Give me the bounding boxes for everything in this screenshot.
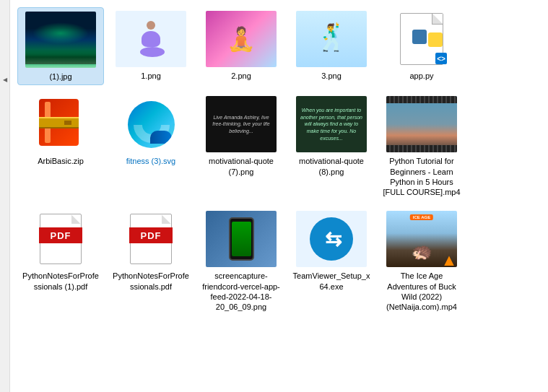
file-item-quote8[interactable]: When you are important to another person… <box>288 92 375 200</box>
meditation-head <box>147 21 155 30</box>
file-item-screencap[interactable]: screencapture-friendcord-vercel-app-feed… <box>198 207 284 315</box>
pdf2-thumbnail: PDF <box>122 211 180 267</box>
file-thumb <box>25 11 97 69</box>
file-item-quote7[interactable]: Live Amanda Ashley, live free-thinking, … <box>198 92 284 200</box>
file-label: (1).jpg <box>49 71 71 82</box>
file-thumb: ⇆ <box>295 210 367 268</box>
sidebar-arrow[interactable]: ◀ <box>1 72 9 87</box>
phone-screen <box>232 222 251 256</box>
quote8-text: When you are important to another person… <box>300 107 362 142</box>
python-video-thumbnail <box>386 96 457 152</box>
file-item-1jpg[interactable]: (1).jpg <box>17 7 104 85</box>
file-label: motivational-quote (8).png <box>292 156 371 177</box>
pdf1-thumbnail: PDF <box>32 211 90 267</box>
py-snake2 <box>428 32 443 47</box>
file-item-1png[interactable]: 1.png <box>108 7 194 85</box>
file-thumb: PDF <box>115 210 187 268</box>
file-thumb <box>205 210 277 268</box>
teamviewer-thumbnail: ⇆ <box>296 211 367 267</box>
file-thumb: 🕺 <box>295 10 367 68</box>
video-person <box>386 96 457 152</box>
file-thumb: When you are important to another person… <box>295 95 367 153</box>
quote7-text: Live Amanda Ashley, live free-thinking, … <box>210 114 272 135</box>
file-grid: (1).jpg 1.png 🧘 2.pn <box>17 7 541 315</box>
file-label: 3.png <box>321 71 342 81</box>
yoga-figure: 🧘 <box>227 25 256 53</box>
py-logo <box>412 30 443 47</box>
file-item-3png[interactable]: 🕺 3.png <box>288 7 375 85</box>
meditation-thumbnail <box>116 11 186 67</box>
iceage-figure: 🦔 <box>411 241 432 261</box>
dance-thumbnail: 🕺 <box>296 11 367 67</box>
screencap-thumbnail <box>206 211 277 267</box>
rar-belt <box>39 117 79 129</box>
file-item-pdf1[interactable]: PDF PythonNotesForProfessionals (1).pdf <box>17 207 104 315</box>
phone-mockup <box>229 217 254 261</box>
iceage-thumbnail: ICE AGE 🦔 <box>386 211 457 267</box>
meditation-legs <box>140 47 165 57</box>
pdf-page: PDF <box>40 214 82 264</box>
quote7-thumbnail: Live Amanda Ashley, live free-thinking, … <box>206 96 277 152</box>
main-content: (1).jpg 1.png 🧘 2.pn <box>10 0 548 392</box>
teamviewer-icon: ⇆ <box>310 217 353 261</box>
file-label: ArbiBasic.zip <box>38 156 84 166</box>
file-item-arbi[interactable]: ArbiBasic.zip <box>17 92 104 200</box>
quote8-thumbnail: When you are important to another person… <box>296 96 367 152</box>
meditation-figure <box>140 21 162 57</box>
file-item-teamviewer[interactable]: ⇆ TeamViewer_Setup_x64.exe <box>288 207 375 315</box>
file-item-python-video[interactable]: Python Tutorial for Beginners - Learn Py… <box>378 92 465 200</box>
edge-thumbnail <box>122 96 180 152</box>
meditation-body <box>142 31 160 47</box>
file-label: PythonNotesForProfessionals (1).pdf <box>21 271 100 292</box>
winrar-icon <box>39 99 82 149</box>
file-item-fitness[interactable]: fitness (3).svg <box>108 92 194 200</box>
file-label: The Ice Age Adventures of Buck Wild (202… <box>382 271 461 312</box>
file-label: PythonNotesForProfessionals.pdf <box>111 271 191 292</box>
pdf-badge: PDF <box>39 227 82 243</box>
yoga-thumbnail: 🧘 <box>206 11 277 67</box>
dance-figure: 🕺 <box>316 22 348 53</box>
file-item-2png[interactable]: 🧘 2.png <box>198 7 284 85</box>
file-label: app.py <box>409 71 433 81</box>
py-vscode-badge: <> <box>435 53 447 64</box>
file-item-apppy[interactable]: <> app.py <box>378 7 465 85</box>
rar-buckle <box>63 119 73 126</box>
file-label: 1.png <box>141 71 161 81</box>
file-label: motivational-quote (7).png <box>201 156 281 177</box>
file-label: Python Tutorial for Beginners - Learn Py… <box>382 156 461 197</box>
winrar-thumbnail <box>32 96 90 152</box>
edge-swirl2 <box>150 131 172 144</box>
python-file-thumbnail: <> <box>393 11 450 67</box>
file-item-pdf2[interactable]: PDF PythonNotesForProfessionals.pdf <box>108 207 194 315</box>
file-thumb: 🧘 <box>205 10 277 68</box>
file-label: TeamViewer_Setup_x64.exe <box>292 271 371 292</box>
iceage-logo: ICE AGE <box>410 214 433 220</box>
file-thumb <box>386 95 458 153</box>
file-label: 2.png <box>231 71 251 81</box>
file-label: fitness (3).svg <box>126 156 175 166</box>
aurora-thumbnail <box>25 12 96 68</box>
file-thumb: PDF <box>25 210 97 268</box>
sidebar: ◀ <box>0 0 10 392</box>
rar-book <box>39 99 79 146</box>
edge-icon <box>128 101 175 148</box>
file-thumb <box>115 10 187 68</box>
filmstrip-bottom <box>386 145 457 152</box>
py-snake1 <box>412 30 427 44</box>
pdf-page: PDF <box>130 214 172 264</box>
file-thumb <box>115 95 187 153</box>
file-thumb: ICE AGE 🦔 <box>386 210 458 268</box>
vlc-icon <box>444 256 454 266</box>
pdf-badge: PDF <box>129 227 173 243</box>
file-thumb: <> <box>386 10 458 68</box>
file-label: screencapture-friendcord-vercel-app-feed… <box>201 271 281 312</box>
filmstrip-top <box>386 96 457 103</box>
file-thumb <box>25 95 97 153</box>
file-thumb: Live Amanda Ashley, live free-thinking, … <box>205 95 277 153</box>
file-item-iceage[interactable]: ICE AGE 🦔 The Ice Age Adventures of Buck… <box>378 207 465 315</box>
teamviewer-arrows: ⇆ <box>325 227 339 251</box>
